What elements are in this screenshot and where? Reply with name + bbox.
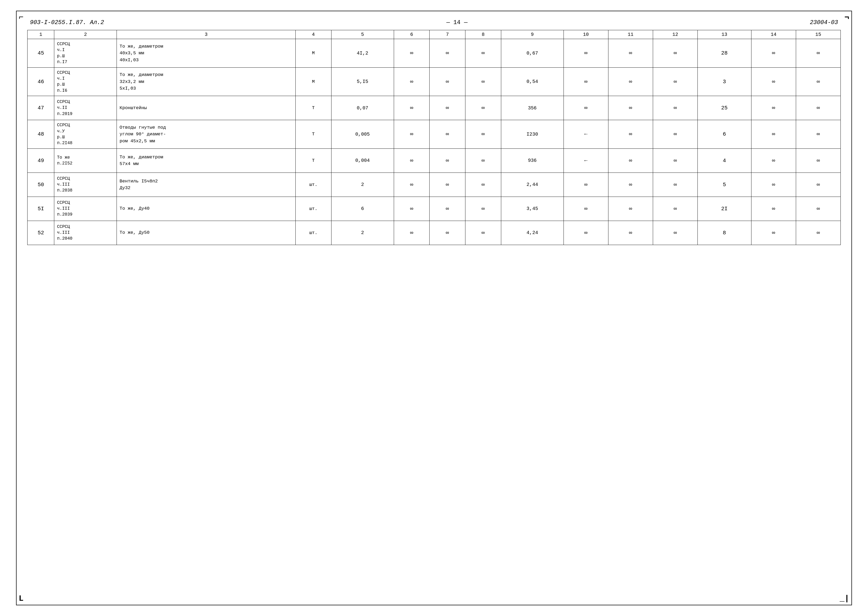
bottom-left-corner: L bbox=[19, 595, 24, 603]
cell-row2-col12: ∞ bbox=[653, 96, 697, 120]
cell-row5-col13: 5 bbox=[698, 173, 752, 196]
cell-row4-col7: ∞ bbox=[429, 148, 465, 173]
header-col-12: 12 bbox=[653, 30, 697, 39]
cell-row1-col11: ∞ bbox=[608, 68, 653, 96]
top-left-corner: ⌐ bbox=[19, 13, 24, 21]
cell-row4-col3: То же, диаметром 57х4 мм bbox=[117, 148, 296, 173]
cell-row5-col2: ССРСЦ ч.III п.2038 bbox=[54, 173, 117, 196]
cell-row0-col15: ∞ bbox=[796, 39, 840, 68]
cell-row2-col8: ∞ bbox=[465, 96, 501, 120]
cell-row2-col7: ∞ bbox=[429, 96, 465, 120]
cell-row6-col11: ∞ bbox=[608, 196, 653, 221]
header-col-13: 13 bbox=[698, 30, 752, 39]
header-col-5: 5 bbox=[331, 30, 394, 39]
cell-row4-col1: 49 bbox=[28, 148, 54, 173]
header-col-6: 6 bbox=[394, 30, 429, 39]
cell-row3-col12: ∞ bbox=[653, 120, 697, 149]
cell-row7-col15: ∞ bbox=[796, 221, 840, 245]
cell-row1-col12: ∞ bbox=[653, 68, 697, 96]
cell-row7-col8: ∞ bbox=[465, 221, 501, 245]
cell-row5-col6: ∞ bbox=[394, 173, 429, 196]
cell-row1-col8: ∞ bbox=[465, 68, 501, 96]
header-col-1: 1 bbox=[28, 30, 54, 39]
table-row: 50ССРСЦ ч.III п.2038Вентиль I5ч8п2 Ду32ш… bbox=[28, 173, 841, 196]
table-row: 47ССРСЦ ч.II п.2019КронштейныТ0,07∞∞∞356… bbox=[28, 96, 841, 120]
cell-row4-col12: ∞ bbox=[653, 148, 697, 173]
cell-row1-col7: ∞ bbox=[429, 68, 465, 96]
cell-row5-col11: ∞ bbox=[608, 173, 653, 196]
cell-row6-col10: ∞ bbox=[564, 196, 608, 221]
cell-row5-col3: Вентиль I5ч8п2 Ду32 bbox=[117, 173, 296, 196]
cell-row4-col9: 936 bbox=[501, 148, 564, 173]
header-col-10: 10 bbox=[564, 30, 608, 39]
cell-row7-col3: То же, Ду50 bbox=[117, 221, 296, 245]
cell-row7-col4: шт. bbox=[295, 221, 331, 245]
cell-row1-col15: ∞ bbox=[796, 68, 840, 96]
cell-row4-col5: 0,004 bbox=[331, 148, 394, 173]
cell-row6-col15: ∞ bbox=[796, 196, 840, 221]
cell-row1-col13: 3 bbox=[698, 68, 752, 96]
cell-row4-col6: ∞ bbox=[394, 148, 429, 173]
header-col-2: 2 bbox=[54, 30, 117, 39]
table-row: 52ССРСЦ ч.III п.2040То же, Ду50шт.2∞∞∞4,… bbox=[28, 221, 841, 245]
cell-row7-col9: 4,24 bbox=[501, 221, 564, 245]
cell-row6-col6: ∞ bbox=[394, 196, 429, 221]
cell-row1-col10: ∞ bbox=[564, 68, 608, 96]
cell-row4-col10: ← bbox=[564, 148, 608, 173]
cell-row0-col9: 0,67 bbox=[501, 39, 564, 68]
cell-row4-col4: Т bbox=[295, 148, 331, 173]
cell-row5-col12: ∞ bbox=[653, 173, 697, 196]
cell-row7-col5: 2 bbox=[331, 221, 394, 245]
cell-row4-col13: 4 bbox=[698, 148, 752, 173]
table-body: 45ССРСЦ ч.I р.Ш п.I7То же, диаметром 40х… bbox=[28, 39, 841, 245]
cell-row1-col1: 46 bbox=[28, 68, 54, 96]
cell-row1-col4: М bbox=[295, 68, 331, 96]
cell-row4-col11: ∞ bbox=[608, 148, 653, 173]
page-number: — 14 — bbox=[447, 19, 468, 26]
cell-row4-col14: ∞ bbox=[751, 148, 796, 173]
table-row: 48ССРСЦ ч.У р.Ш п.2I48Отводы гнутые под … bbox=[28, 120, 841, 149]
cell-row3-col3: Отводы гнутые под углом 90° диамет- ром … bbox=[117, 120, 296, 149]
table-row: 5IССРСЦ ч.III п.2039То же, Ду40шт.6∞∞∞3,… bbox=[28, 196, 841, 221]
table-row: 45ССРСЦ ч.I р.Ш п.I7То же, диаметром 40х… bbox=[28, 39, 841, 68]
cell-row2-col14: ∞ bbox=[751, 96, 796, 120]
header-col-14: 14 bbox=[751, 30, 796, 39]
cell-row6-col14: ∞ bbox=[751, 196, 796, 221]
page-header: 903-I-0255.I.87. Ал.2 — 14 — 23004-03 bbox=[27, 19, 841, 26]
cell-row6-col13: 2I bbox=[698, 196, 752, 221]
cell-row3-col6: ∞ bbox=[394, 120, 429, 149]
cell-row0-col7: ∞ bbox=[429, 39, 465, 68]
cell-row2-col4: Т bbox=[295, 96, 331, 120]
cell-row3-col10: ← bbox=[564, 120, 608, 149]
cell-row7-col7: ∞ bbox=[429, 221, 465, 245]
table-row: 49То же п.2I52То же, диаметром 57х4 ммТ0… bbox=[28, 148, 841, 173]
cell-row0-col4: М bbox=[295, 39, 331, 68]
main-table: 1 2 3 4 5 6 7 8 9 10 11 12 13 14 15 45СС… bbox=[27, 30, 841, 245]
cell-row5-col14: ∞ bbox=[751, 173, 796, 196]
cell-row6-col12: ∞ bbox=[653, 196, 697, 221]
cell-row7-col10: ∞ bbox=[564, 221, 608, 245]
cell-row0-col8: ∞ bbox=[465, 39, 501, 68]
cell-row0-col5: 4I,2 bbox=[331, 39, 394, 68]
header-col-8: 8 bbox=[465, 30, 501, 39]
cell-row2-col2: ССРСЦ ч.II п.2019 bbox=[54, 96, 117, 120]
cell-row2-col6: ∞ bbox=[394, 96, 429, 120]
cell-row7-col2: ССРСЦ ч.III п.2040 bbox=[54, 221, 117, 245]
header-col-7: 7 bbox=[429, 30, 465, 39]
cell-row4-col8: ∞ bbox=[465, 148, 501, 173]
cell-row0-col1: 45 bbox=[28, 39, 54, 68]
header-col-11: 11 bbox=[608, 30, 653, 39]
table-row: 46ССРСЦ ч.I р.Ш п.I6То же, диаметром 32х… bbox=[28, 68, 841, 96]
cell-row6-col2: ССРСЦ ч.III п.2039 bbox=[54, 196, 117, 221]
cell-row1-col2: ССРСЦ ч.I р.Ш п.I6 bbox=[54, 68, 117, 96]
cell-row3-col7: ∞ bbox=[429, 120, 465, 149]
cell-row1-col6: ∞ bbox=[394, 68, 429, 96]
cell-row2-col1: 47 bbox=[28, 96, 54, 120]
cell-row2-col13: 25 bbox=[698, 96, 752, 120]
cell-row2-col3: Кронштейны bbox=[117, 96, 296, 120]
cell-row2-col15: ∞ bbox=[796, 96, 840, 120]
cell-row3-col2: ССРСЦ ч.У р.Ш п.2I48 bbox=[54, 120, 117, 149]
cell-row3-col5: 0,005 bbox=[331, 120, 394, 149]
cell-row5-col15: ∞ bbox=[796, 173, 840, 196]
cell-row5-col8: ∞ bbox=[465, 173, 501, 196]
